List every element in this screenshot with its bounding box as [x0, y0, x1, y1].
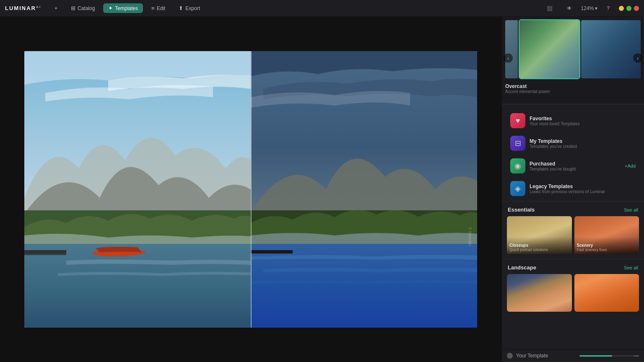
mytemplates-icon: ⊟: [510, 136, 525, 151]
add-button[interactable]: +: [49, 4, 62, 13]
favorites-sub: Your most loved Templates: [530, 122, 636, 126]
svg-text:© Silverqlin: © Silverqlin: [468, 227, 472, 246]
essentials-see-all[interactable]: See all: [624, 207, 638, 212]
visibility-button[interactable]: [562, 4, 577, 13]
visibility-icon: [567, 5, 572, 11]
favorites-icon: ♥: [510, 113, 525, 128]
screens-icon: [547, 5, 553, 11]
app-logo: LUMINARAI: [5, 5, 41, 11]
your-template-dot: [507, 353, 513, 359]
right-panel: ‹ › Overcast Accent elemental power ♥ Fa…: [501, 17, 644, 362]
your-template-slider-fill: [579, 355, 612, 357]
split-image: © Silverqlin: [24, 51, 477, 328]
titlebar-right: 124%: [542, 4, 639, 13]
essentials-section-header: Essentials See all: [502, 203, 644, 215]
essentials-thumb-scenery-sub: Fast scenery fixes: [577, 248, 637, 252]
essentials-thumb-closeups-label: Closeups: [509, 243, 569, 248]
purchased-add-button[interactable]: +Add: [625, 163, 636, 168]
catalog-icon: [71, 5, 75, 11]
export-button[interactable]: Export: [174, 3, 205, 13]
carousel-thumb-next[interactable]: [581, 20, 641, 78]
carousel-label-overcast: Overcast Accent elemental power: [502, 82, 644, 95]
window-controls: [619, 6, 639, 11]
export-icon: [179, 5, 183, 11]
your-template-bar[interactable]: Your Template: [502, 349, 644, 362]
essentials-title: Essentials: [508, 207, 535, 213]
screens-button[interactable]: [542, 4, 558, 13]
close-button[interactable]: [634, 6, 639, 11]
mytemplates-sub: Templates you've created: [530, 144, 636, 149]
legacy-icon: ◈: [510, 181, 525, 196]
landscape-thumb-1[interactable]: [507, 274, 572, 312]
svg-rect-8: [251, 250, 293, 253]
landscape-see-all[interactable]: See all: [624, 265, 638, 270]
sidebar-item-legacy[interactable]: ◈ Legacy Templates Looks from previous v…: [505, 178, 641, 199]
essentials-thumb-scenery-label: Scenery: [577, 243, 637, 248]
essentials-thumb-scenery[interactable]: Scenery Fast scenery fixes: [574, 216, 639, 254]
panel-divider-landscape: [502, 259, 644, 259]
svg-rect-4: [24, 253, 66, 255]
main-area: © Silverqlin ‹ › Ov: [0, 17, 644, 362]
minimize-button[interactable]: [619, 6, 624, 11]
landscape-grid: [502, 272, 644, 315]
landscape-thumb-2[interactable]: [574, 274, 639, 312]
carousel-thumb-partial[interactable]: [505, 20, 518, 78]
panel-divider-essentials: [502, 201, 644, 202]
your-template-label: Your Template: [516, 353, 576, 359]
maximize-button[interactable]: [626, 6, 631, 11]
info-button[interactable]: [602, 4, 615, 13]
carousel-track: ‹ ›: [502, 17, 644, 82]
split-divider[interactable]: [251, 51, 252, 328]
panel-divider-top: [502, 104, 644, 105]
essentials-thumb-closeups[interactable]: Closeups Quick portrait solutions: [507, 216, 572, 254]
svg-rect-2: [24, 244, 251, 328]
catalog-button[interactable]: Catalog: [66, 3, 100, 13]
essentials-thumb-closeups-sub: Quick portrait solutions: [509, 248, 569, 252]
purchased-title: Purchased: [530, 161, 621, 167]
purchased-icon: ◉: [510, 158, 525, 173]
panel-scroll[interactable]: ♥ Favorites Your most loved Templates ⊟ …: [502, 106, 644, 349]
sidebar-item-mytemplates[interactable]: ⊟ My Templates Templates you've created: [505, 132, 641, 154]
carousel: ‹ › Overcast Accent elemental power: [502, 17, 644, 103]
mytemplates-title: My Templates: [530, 138, 636, 144]
landscape-title: Landscape: [508, 264, 536, 271]
titlebar: LUMINARAI + Catalog Templates Edit Expor…: [0, 0, 644, 17]
templates-icon: [108, 5, 113, 11]
image-before: [24, 51, 251, 328]
zoom-control[interactable]: 124%: [581, 5, 598, 11]
landscape-section-header: Landscape See all: [502, 261, 644, 272]
essentials-grid: Closeups Quick portrait solutions Scener…: [502, 215, 644, 257]
info-icon: [607, 5, 610, 11]
edit-icon: [151, 5, 155, 11]
carousel-prev-button[interactable]: ‹: [504, 53, 513, 62]
carousel-next-button[interactable]: ›: [633, 53, 642, 62]
your-template-slider-knob: [634, 355, 639, 357]
templates-button[interactable]: Templates: [103, 3, 143, 13]
sidebar-item-favorites[interactable]: ♥ Favorites Your most loved Templates: [505, 110, 641, 132]
legacy-title: Legacy Templates: [530, 184, 636, 189]
legacy-sub: Looks from previous versions of Luminar: [530, 189, 636, 194]
zoom-chevron-icon: [595, 5, 597, 11]
svg-rect-3: [24, 250, 66, 253]
carousel-thumb-overcast[interactable]: [519, 20, 579, 78]
image-after: © Silverqlin: [251, 51, 477, 328]
edit-button[interactable]: Edit: [146, 3, 170, 13]
purchased-sub: Templates you've bought: [530, 167, 621, 171]
canvas-area: © Silverqlin: [0, 17, 501, 362]
sidebar-item-purchased[interactable]: ◉ Purchased Templates you've bought +Add: [505, 155, 641, 177]
your-template-slider[interactable]: [579, 355, 639, 357]
favorites-title: Favorites: [530, 116, 636, 122]
